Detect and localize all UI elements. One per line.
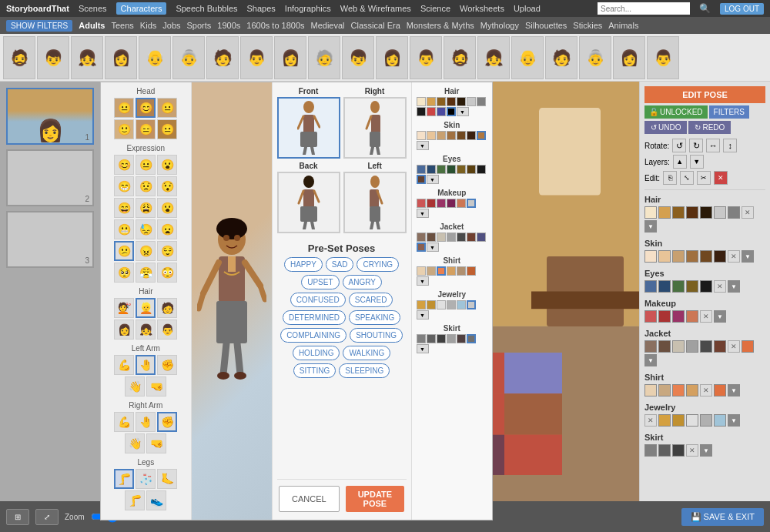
hair-swatch-3[interactable] (437, 97, 446, 106)
logout-button[interactable]: LOG OUT (720, 3, 764, 15)
rp-jacket-s1[interactable] (644, 340, 657, 353)
rp-eyes-s1[interactable] (644, 280, 657, 293)
rp-eyes-arrow[interactable]: ▼ (728, 280, 740, 293)
eyes-swatch-1[interactable] (417, 165, 426, 174)
skin-swatch-3[interactable] (437, 131, 446, 140)
expr-part-8[interactable]: 😩 (136, 198, 156, 218)
rp-shirt-s3[interactable] (672, 384, 685, 396)
jacket-swatch-5[interactable] (457, 233, 466, 242)
rp-hair-s1[interactable] (644, 206, 657, 219)
skin-color-dropdown[interactable]: ▼ (417, 141, 429, 150)
rp-skirt-s3[interactable] (672, 444, 685, 457)
rp-eyes-x[interactable]: ✕ (714, 280, 726, 293)
left-arm-3[interactable]: ✊ (157, 355, 177, 375)
hair-swatch-9[interactable] (427, 107, 436, 116)
expr-part-3[interactable]: 😮 (157, 155, 177, 175)
shirt-swatch-1[interactable] (417, 266, 426, 276)
age-medieval[interactable]: Medieval (311, 21, 345, 30)
rp-jewelry-x[interactable]: ✕ (644, 414, 657, 427)
legs-part-1[interactable]: 🦵 (114, 469, 134, 489)
hair-swatch-1[interactable] (417, 97, 426, 106)
head-part-4[interactable]: 🙂 (114, 119, 134, 139)
hair-swatch-8[interactable] (417, 107, 426, 116)
rp-skirt-x[interactable]: ✕ (686, 444, 698, 457)
rp-skin-arrow[interactable]: ▼ (742, 250, 754, 263)
rp-shirt-s4[interactable] (686, 384, 698, 396)
rp-shirt-s1[interactable] (644, 384, 657, 396)
age-stickies[interactable]: Stickies (573, 21, 602, 30)
slide-2[interactable]: 2 (6, 149, 94, 206)
rp-eyes-s5[interactable] (700, 280, 712, 293)
rp-makeup-s4[interactable] (686, 310, 698, 323)
character-thumb-20[interactable]: 👨 (647, 36, 679, 79)
slide-1[interactable]: 👩 1 (6, 88, 94, 145)
rotate-left-icon[interactable]: ↺ (672, 139, 686, 152)
hair-part-5[interactable]: 👧 (136, 320, 156, 340)
rp-makeup-s3[interactable] (672, 310, 685, 323)
right-view-box[interactable] (343, 97, 407, 159)
hair-part-3[interactable]: 🧑 (157, 298, 177, 318)
rp-skirt-s2[interactable] (658, 444, 671, 457)
character-thumb-18[interactable]: 👵 (579, 36, 611, 79)
nav-shapes[interactable]: Shapes (247, 4, 276, 13)
expr-part-1[interactable]: 😊 (114, 155, 134, 175)
expr-part-7[interactable]: 😄 (114, 198, 134, 218)
rotate-right-icon[interactable]: ↻ (689, 139, 703, 152)
character-thumb-19[interactable]: 👩 (613, 36, 645, 79)
right-arm-2[interactable]: 🤚 (136, 412, 156, 432)
expr-part-16[interactable]: 🥺 (114, 263, 134, 283)
rp-jacket-s2[interactable] (658, 340, 671, 353)
update-pose-button[interactable]: UPDATE POSE (346, 486, 404, 512)
character-thumb-6[interactable]: 👵 (172, 36, 205, 79)
right-arm-5[interactable]: 🤜 (146, 433, 166, 453)
shirt-color-dropdown[interactable]: ▼ (417, 276, 429, 286)
legs-part-3[interactable]: 🦶 (157, 469, 177, 489)
skirt-swatch-2[interactable] (427, 334, 436, 343)
filters-button[interactable]: FILTERS (709, 105, 749, 119)
character-thumb-15[interactable]: 👧 (477, 36, 510, 79)
flip-v-icon[interactable]: ↕ (723, 139, 737, 152)
skirt-swatch-1[interactable] (417, 334, 426, 343)
rp-jewelry-arrow[interactable]: ▼ (728, 414, 740, 427)
character-thumb-2[interactable]: 👦 (37, 36, 69, 79)
rp-makeup-s1[interactable] (644, 310, 657, 323)
character-thumb-9[interactable]: 👩 (274, 36, 306, 79)
eyes-swatch-6[interactable] (467, 165, 476, 174)
rp-skin-s5[interactable] (700, 250, 712, 263)
character-thumb-8[interactable]: 👨 (240, 36, 273, 79)
shirt-swatch-3[interactable] (437, 266, 446, 276)
skin-swatch-2[interactable] (427, 131, 436, 140)
head-part-6[interactable]: 😐 (157, 119, 177, 139)
rp-skin-s1[interactable] (644, 250, 657, 263)
rp-makeup-x[interactable]: ✕ (700, 310, 712, 323)
hair-swatch-2[interactable] (427, 97, 436, 106)
jewelry-swatch-3[interactable] (437, 300, 446, 309)
nav-scenes[interactable]: Scenes (79, 4, 107, 13)
skin-swatch-7[interactable] (477, 131, 486, 140)
skirt-color-dropdown[interactable]: ▼ (417, 344, 429, 353)
character-thumb-14[interactable]: 🧔 (444, 36, 476, 79)
eyes-swatch-8[interactable] (417, 175, 426, 184)
head-part-1[interactable]: 😐 (114, 98, 134, 118)
age-kids[interactable]: Kids (140, 21, 156, 30)
pose-sitting[interactable]: SITTING (293, 363, 336, 378)
rp-jacket-arrow[interactable]: ▼ (644, 354, 657, 366)
eyes-color-dropdown[interactable]: ▼ (427, 175, 439, 184)
rp-jewelry-s1[interactable] (658, 414, 671, 427)
expr-part-9[interactable]: 😮 (157, 198, 177, 218)
eyes-swatch-4[interactable] (447, 165, 456, 174)
rp-hair-s2[interactable] (658, 206, 671, 219)
rp-skirt-s1[interactable] (644, 444, 657, 457)
age-adults[interactable]: Adults (79, 21, 105, 30)
pose-walking[interactable]: WALKING (343, 346, 390, 360)
show-filters-button[interactable]: SHOW FILTERS (6, 20, 72, 32)
save-exit-button[interactable]: 💾 SAVE & EXIT (681, 508, 765, 526)
expr-part-17[interactable]: 😤 (136, 263, 156, 283)
rp-jacket-s4[interactable] (686, 340, 698, 353)
age-classical[interactable]: Classical Era (351, 21, 400, 30)
pose-upset[interactable]: UPSET (301, 275, 339, 289)
jacket-swatch-8[interactable] (417, 243, 426, 252)
right-arm-3[interactable]: ✊ (157, 412, 177, 432)
nav-web-wireframes[interactable]: Web & Wireframes (340, 4, 411, 13)
hair-color-dropdown[interactable]: ▼ (457, 107, 469, 116)
